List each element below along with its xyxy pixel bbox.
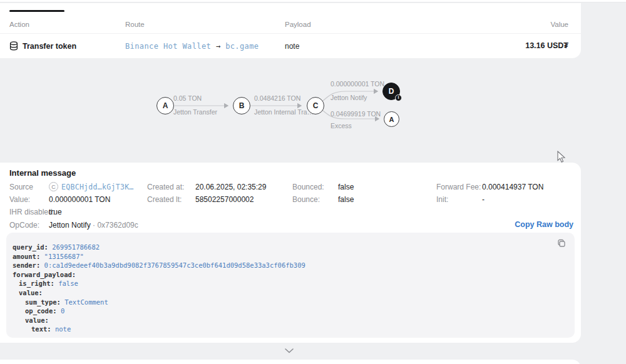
payload-code-block: query_id: 269951786682amount: "13156687"… [6, 233, 575, 338]
token-icon [9, 41, 18, 51]
code-line: sender: 0:ca1d9edeef40b3a9dbd9082f376785… [13, 261, 575, 270]
trace-node-a2[interactable]: A [384, 111, 399, 127]
bounce-label: Bounce: [292, 195, 320, 204]
value-cell: 13.16 USD₮ [525, 41, 568, 50]
copy-raw-body-link[interactable]: Copy Raw body [515, 220, 573, 229]
edge-op-label: Jetton Transfer [173, 108, 217, 116]
edge-op-label: Excess [331, 122, 352, 129]
action-cell: Transfer token [9, 41, 76, 51]
actions-card: Action Route Payload Value Transfer toke… [0, 3, 581, 58]
panel-title: Internal message [9, 168, 76, 178]
created-at-value: 20.06.2025, 02:35:29 [195, 183, 266, 191]
action-label: Transfer token [23, 42, 76, 51]
value-label: Value: [9, 195, 30, 204]
payload-cell: note [285, 42, 299, 51]
opcode-name: Jetton Notify [49, 221, 91, 230]
node-letter: A [163, 101, 168, 110]
internal-message-card: Internal message Source C EQBCHjdd…kGjT3… [0, 163, 581, 343]
node-letter: D [389, 87, 394, 96]
code-line: query_id: 269951786682 [13, 243, 575, 252]
value-value: 0.000000001 TON [49, 195, 110, 204]
contract-icon: C [49, 182, 58, 191]
code-line: sum_type: TextComment [13, 298, 575, 307]
opcode-label: OpCode: [9, 221, 39, 230]
created-lt-value: 58502257000002 [195, 195, 254, 204]
transaction-trace-page: { "accent": { "link_blue": "#3579cb", "m… [0, 0, 626, 364]
source-label: Source [9, 183, 33, 191]
next-section-card[interactable] [0, 360, 581, 364]
mouse-cursor [557, 151, 567, 163]
chevron-down-icon [285, 348, 294, 353]
bounce-value: false [338, 195, 354, 204]
ihr-label: IHR disabled: [9, 208, 54, 216]
route-cell: Binance Hot Wallet → bc.game [125, 42, 259, 51]
edge-op-label: Jetton Notify [331, 94, 367, 101]
route-to-link[interactable]: bc.game [225, 42, 259, 51]
code-line: op_code: 0 [13, 306, 575, 316]
forward-fee-value: 0.000414937 TON [482, 183, 543, 191]
code-line: amount: "13156687" [13, 252, 575, 261]
edge-amount: 0.0484216 TON [254, 94, 300, 102]
column-header-payload: Payload [285, 21, 311, 28]
created-at-label: Created at: [147, 183, 184, 191]
code-line: value: [13, 288, 575, 298]
forward-fee-label: Forward Fee: [436, 183, 481, 191]
init-label: Init: [436, 195, 448, 204]
page-top-divider [0, 0, 626, 3]
init-value: - [482, 195, 485, 204]
ihr-value: true [49, 208, 62, 216]
node-letter: A [389, 116, 394, 123]
code-line: forward_payload: [13, 270, 575, 280]
code-line: value: [13, 316, 575, 325]
opcode-hex: · 0x7362d09c [93, 221, 138, 230]
edge-amount: 0.05 TON [173, 94, 202, 102]
trace-node-d[interactable]: D i [382, 83, 400, 100]
column-header-action: Action [9, 21, 29, 28]
column-header-value: Value [550, 21, 568, 28]
table-row: Transfer token Binance Hot Wallet → bc.g… [0, 34, 581, 58]
created-lt-label: Created lt: [147, 195, 182, 204]
active-tab-indicator [9, 10, 64, 12]
code-block-lines: query_id: 269951786682amount: "13156687"… [13, 243, 575, 334]
source-address[interactable]: C EQBCHjdd…kGjT3K… [49, 182, 134, 191]
expand-section-button[interactable] [280, 345, 298, 356]
copy-icon[interactable] [557, 239, 566, 248]
edge-amount: 0.000000001 TON [331, 80, 384, 88]
trace-node-a[interactable]: A [156, 97, 174, 114]
route-arrow: → [216, 42, 221, 51]
node-letter: B [239, 101, 245, 110]
source-address-text[interactable]: EQBCHjdd…kGjT3K… [61, 183, 134, 191]
trace-node-b[interactable]: B [233, 97, 250, 114]
column-header-route: Route [125, 21, 145, 28]
node-info-badge: i [395, 94, 402, 101]
code-line: text: note [13, 325, 575, 334]
opcode-value: Jetton Notify · 0x7362d09c [49, 221, 138, 230]
bounced-value: false [338, 183, 354, 191]
code-line: is_right: false [13, 279, 575, 288]
edge-amount: 0.04699919 TON [331, 110, 381, 118]
edge-op-label: Jetton Internal Tra… [254, 108, 314, 116]
bounced-label: Bounced: [292, 183, 324, 191]
route-from-link[interactable]: Binance Hot Wallet [125, 42, 211, 51]
